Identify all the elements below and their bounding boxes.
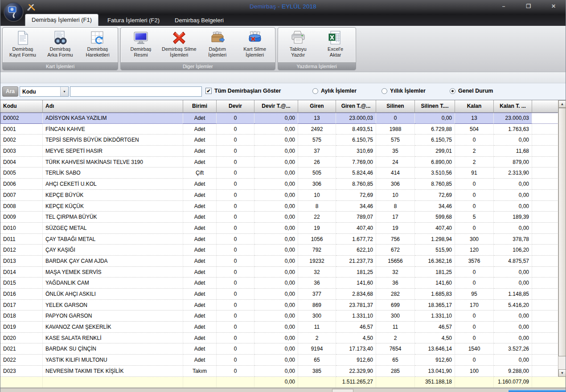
- cell-devir[interactable]: 0: [217, 146, 254, 157]
- kart-silme-i-şlemleri-button[interactable]: Kart Silme İşlemleri: [236, 29, 274, 58]
- cell-kodu[interactable]: D013: [0, 256, 43, 267]
- cell-kalan[interactable]: 0: [455, 278, 494, 289]
- cell-devir-t[interactable]: 0,00: [254, 135, 298, 146]
- cell-kalan[interactable]: 504: [455, 124, 494, 135]
- scrollbar-thumb[interactable]: [558, 108, 566, 356]
- cell-giren-t[interactable]: 789,07: [336, 212, 376, 223]
- table-row[interactable]: D009TEL ÇIRPMA BÜYÜKAdet00,0022789,07175…: [0, 212, 566, 223]
- cell-devir[interactable]: 0: [217, 157, 254, 168]
- cell-birimi[interactable]: Adet: [183, 322, 217, 333]
- cell-adı[interactable]: ÖNLÜK AHÇI ASKILI: [43, 289, 183, 300]
- table-row[interactable]: D008KEPÇE KÜÇÜKAdet00,00834,46834,4600,0…: [0, 201, 566, 212]
- cell-kalan[interactable]: 0: [455, 201, 494, 212]
- cell-silinen[interactable]: 65: [376, 355, 415, 366]
- cell-adı[interactable]: KEPÇE BÜYÜK: [43, 190, 183, 201]
- cell-devir[interactable]: 0: [217, 343, 254, 355]
- table-row[interactable]: D010SÜZGEÇ METALAdet00,0019407,4019407,4…: [0, 223, 566, 234]
- excel-e-aktar-button[interactable]: Excel'e Aktar: [317, 29, 354, 58]
- cell-kodu[interactable]: D006: [0, 179, 43, 190]
- cell-devir-t[interactable]: 0,00: [254, 157, 298, 168]
- cell-silinen-t[interactable]: 1.685,83: [415, 289, 455, 300]
- cell-kodu[interactable]: D021: [0, 343, 43, 355]
- cell-giren[interactable]: 377: [298, 289, 336, 300]
- cell-birimi[interactable]: Adet: [183, 212, 217, 223]
- cell-silinen-t[interactable]: 3.510,56: [415, 167, 455, 179]
- cell-giren[interactable]: 300: [298, 310, 336, 322]
- table-row[interactable]: D003MEYVE SEPETİ HASIRAdet00,0037310,693…: [0, 146, 566, 157]
- cell-adı[interactable]: KAVANOZ CAM ŞEKERLİK: [43, 322, 183, 333]
- cell-devir[interactable]: 0: [217, 201, 254, 212]
- cell-birimi[interactable]: Adet: [183, 289, 217, 300]
- cell-birimi[interactable]: Adet: [183, 234, 217, 245]
- cell-giren[interactable]: 36: [298, 278, 336, 289]
- cell-devir[interactable]: 0: [217, 289, 254, 300]
- cell-devir[interactable]: 0: [217, 256, 254, 267]
- table-row[interactable]: D020KASE SALATA RENKLİAdet00,0024,5024,5…: [0, 333, 566, 344]
- cell-adı[interactable]: YELEK GARSON: [43, 300, 183, 311]
- cell-kodu[interactable]: D017: [0, 300, 43, 311]
- cell-silinen-t[interactable]: 72,69: [415, 190, 455, 201]
- cell-devir-t[interactable]: 0,00: [254, 366, 298, 377]
- cell-adı[interactable]: YASTIK KILIFI MULTONU: [43, 355, 183, 366]
- cell-kalan[interactable]: 0: [455, 267, 494, 278]
- cell-devir[interactable]: 0: [217, 223, 254, 234]
- cell-birimi[interactable]: Adet: [183, 256, 217, 267]
- table-row[interactable]: D023NEVRESİM TAKIMI TEK KİŞİLİKTakım00,0…: [0, 366, 566, 377]
- cell-kalan-t[interactable]: 0,00: [494, 201, 532, 212]
- cell-kalan[interactable]: 1540: [455, 343, 494, 355]
- cell-giren-t[interactable]: 1.677,72: [336, 234, 376, 245]
- cell-giren-t[interactable]: 8.493,51: [336, 124, 376, 135]
- cell-silinen[interactable]: 282: [376, 289, 415, 300]
- cell-birimi[interactable]: Adet: [183, 135, 217, 146]
- cell-birimi[interactable]: Adet: [183, 157, 217, 168]
- demirbaş-resmi-button[interactable]: Demirbaş Resmi: [122, 29, 160, 58]
- table-row[interactable]: D001FİNCAN KAHVEAdet00,0024928.493,51198…: [0, 124, 566, 135]
- cell-devir-t[interactable]: 0,00: [254, 245, 298, 256]
- cell-giren[interactable]: 19232: [298, 256, 336, 267]
- cell-kodu[interactable]: D012: [0, 245, 43, 256]
- cell-giren-t[interactable]: 23.781,37: [336, 300, 376, 311]
- cell-kalan-t[interactable]: 0,00: [494, 333, 532, 344]
- cell-kalan[interactable]: 0: [455, 135, 494, 146]
- cell-silinen[interactable]: 699: [376, 300, 415, 311]
- cell-kodu[interactable]: D011: [0, 234, 43, 245]
- scroll-up-icon[interactable]: ▲: [558, 100, 566, 108]
- cell-devir-t[interactable]: 0,00: [254, 355, 298, 366]
- cell-giren-t[interactable]: 407,40: [336, 223, 376, 234]
- cell-kalan-t[interactable]: 378,78: [494, 234, 532, 245]
- cell-kodu[interactable]: D019: [0, 322, 43, 333]
- cell-kodu[interactable]: D003: [0, 146, 43, 157]
- cell-kalan-t[interactable]: 0,00: [494, 223, 532, 234]
- cell-devir[interactable]: 0: [217, 234, 254, 245]
- table-row[interactable]: D014MAŞA YEMEK SERVİSAdet00,0032181,2532…: [0, 267, 566, 278]
- cell-adı[interactable]: PAPYON GARSON: [43, 310, 183, 322]
- cell-adı[interactable]: FİNCAN KAHVE: [43, 124, 183, 135]
- cell-kalan-t[interactable]: 1.148,85: [494, 289, 532, 300]
- cell-giren[interactable]: 10: [298, 190, 336, 201]
- cell-kalan-t[interactable]: 4.875,57: [494, 256, 532, 267]
- cell-silinen[interactable]: 7654: [376, 343, 415, 355]
- cell-kalan[interactable]: 170: [455, 300, 494, 311]
- cell-kalan-t[interactable]: 0,00: [494, 267, 532, 278]
- cell-kalan[interactable]: 0: [455, 333, 494, 344]
- cell-giren[interactable]: 2492: [298, 124, 336, 135]
- cell-giren[interactable]: 32: [298, 267, 336, 278]
- close-button[interactable]: ✕: [548, 3, 559, 10]
- cell-birimi[interactable]: Adet: [183, 201, 217, 212]
- cell-kalan-t[interactable]: 0,00: [494, 190, 532, 201]
- cell-kalan[interactable]: 5: [455, 212, 494, 223]
- cell-silinen-t[interactable]: 299,01: [415, 146, 455, 157]
- cell-birimi[interactable]: Adet: [183, 267, 217, 278]
- radio-circle[interactable]: [312, 88, 318, 94]
- cell-giren-t[interactable]: 23.000,03: [336, 113, 376, 124]
- cell-giren[interactable]: 11: [298, 322, 336, 333]
- cell-silinen-t[interactable]: 0,00: [415, 113, 455, 124]
- cell-kalan[interactable]: 2: [455, 157, 494, 168]
- cell-birimi[interactable]: Adet: [183, 245, 217, 256]
- cell-devir-t[interactable]: 0,00: [254, 223, 298, 234]
- cell-kodu[interactable]: D008: [0, 201, 43, 212]
- table-row[interactable]: D016ÖNLÜK AHÇI ASKILIAdet00,003772.834,6…: [0, 289, 566, 300]
- cell-kalan-t[interactable]: 0,00: [494, 355, 532, 366]
- cell-devir[interactable]: 0: [217, 333, 254, 344]
- demirbaş-arka-formu-button[interactable]: Demirbaş Arka Formu: [41, 29, 79, 58]
